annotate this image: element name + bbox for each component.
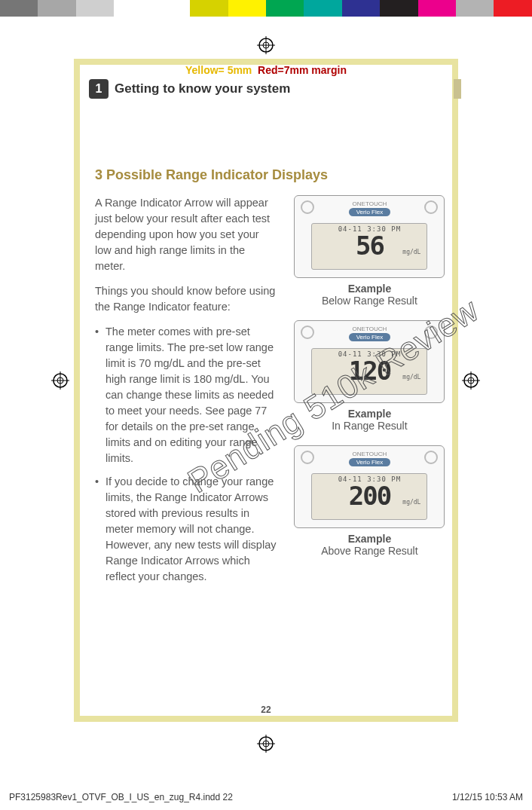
registration-mark-icon: [257, 36, 275, 54]
registration-mark-icon: [51, 371, 69, 390]
figure-caption-sub: Above Range Result: [290, 545, 449, 557]
screen-value: 120 mg/dL: [316, 358, 422, 384]
margin-note-yellow: Yellow= 5mm: [185, 64, 252, 76]
screen-value: 56 mg/dL: [316, 233, 422, 258]
figure-in-range: ONETOUCH Verio Flex 04-11 3:30 PM 120 mg…: [290, 320, 449, 432]
device-illustration: ONETOUCH Verio Flex 04-11 3:30 PM 56 mg/…: [294, 195, 445, 278]
figures-column: ONETOUCH Verio Flex 04-11 3:30 PM 56 mg/…: [290, 195, 449, 592]
device-model-tag: Verio Flex: [349, 208, 391, 216]
device-brand: ONETOUCH Verio Flex: [295, 451, 444, 466]
device-model-tag: Verio Flex: [349, 458, 391, 466]
device-screen: 04-11 3:30 PM 200 mg/dL: [311, 473, 427, 520]
device-illustration: ONETOUCH Verio Flex 04-11 3:30 PM 200 mg…: [294, 445, 445, 528]
figure-caption-sub: In Range Result: [290, 420, 449, 432]
slug-datetime: 1/12/15 10:53 AM: [452, 792, 523, 802]
screen-unit: mg/dL: [402, 500, 420, 506]
screen-unit: mg/dL: [402, 374, 420, 381]
section-heading: 3 Possible Range Indicator Displays: [95, 167, 449, 183]
device-brand: ONETOUCH Verio Flex: [295, 200, 444, 216]
bullet-item: If you decide to change your range limit…: [95, 474, 278, 585]
margin-note-red: Red=7mm margin: [258, 64, 347, 76]
device-illustration: ONETOUCH Verio Flex 04-11 3:30 PM 120 mg…: [294, 320, 445, 403]
device-screen: 04-11 3:30 PM 56 mg/dL: [311, 223, 427, 270]
device-model-tag: Verio Flex: [349, 333, 391, 341]
slug-filename: PF3125983Rev1_OTVF_OB_I_US_en_zug_R4.ind…: [9, 792, 233, 802]
intro-paragraph-2: Things you should know before using the …: [95, 283, 278, 315]
figure-above-range: ONETOUCH Verio Flex 04-11 3:30 PM 200 mg…: [290, 445, 449, 557]
figure-caption-sub: Below Range Result: [290, 295, 449, 307]
figure-below-range: ONETOUCH Verio Flex 04-11 3:30 PM 56 mg/…: [290, 195, 449, 307]
chapter-header: 1 Getting to know your system: [89, 79, 290, 99]
body-text-column: A Range Indicator Arrow will appear just…: [95, 195, 278, 592]
bullet-item: The meter comes with pre-set range limit…: [95, 324, 278, 466]
registration-mark-icon: [257, 735, 275, 753]
print-color-bar: [0, 0, 532, 17]
intro-paragraph-1: A Range Indicator Arrow will appear just…: [95, 195, 278, 274]
figure-caption-title: Example: [290, 283, 449, 295]
figure-caption-title: Example: [290, 533, 449, 545]
registration-mark-icon: [462, 371, 480, 390]
chapter-title: Getting to know your system: [115, 81, 290, 96]
figure-caption-title: Example: [290, 408, 449, 420]
screen-unit: mg/dL: [402, 249, 420, 255]
margin-note: Yellow= 5mm Red=7mm margin: [0, 64, 532, 76]
page-number: 22: [0, 705, 532, 715]
page-content: 3 Possible Range Indicator Displays A Ra…: [95, 167, 449, 592]
print-slug: PF3125983Rev1_OTVF_OB_I_US_en_zug_R4.ind…: [9, 792, 523, 802]
device-screen: 04-11 3:30 PM 120 mg/dL: [311, 348, 427, 395]
device-brand: ONETOUCH Verio Flex: [295, 326, 444, 341]
chapter-number-badge: 1: [89, 79, 109, 99]
tab-marker: [454, 79, 461, 99]
screen-value: 200 mg/dL: [316, 483, 422, 509]
